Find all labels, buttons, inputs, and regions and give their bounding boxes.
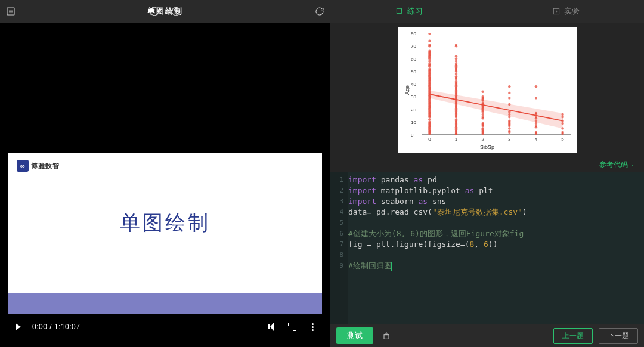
slide-footer-bar (8, 293, 322, 314)
volume-icon[interactable] (266, 323, 278, 331)
svg-point-134 (455, 44, 457, 46)
play-button[interactable] (12, 323, 24, 330)
svg-point-183 (535, 112, 537, 114)
tab-experiment[interactable]: 实验 (487, 0, 644, 23)
more-icon[interactable] (306, 323, 318, 331)
svg-point-122 (455, 73, 457, 75)
code-line[interactable]: 9#绘制回归图 (330, 261, 644, 271)
svg-point-121 (455, 75, 457, 78)
chart-svg (422, 33, 571, 135)
logo-text: 博雅数智 (31, 162, 60, 171)
svg-rect-7 (553, 8, 559, 14)
reference-row: 参考代码 (330, 157, 644, 172)
svg-point-129 (455, 63, 457, 65)
y-axis-label: Age (404, 85, 410, 95)
video-pane: 单图绘制 ∞ 博雅数智 单图绘制 (0, 0, 330, 347)
prev-question-button[interactable]: 上一题 (553, 328, 593, 344)
code-line[interactable]: 1import pandas as pd (330, 175, 644, 185)
svg-point-179 (535, 119, 537, 122)
svg-point-187 (561, 131, 564, 134)
svg-point-161 (508, 127, 510, 129)
svg-point-191 (561, 116, 564, 118)
svg-point-142 (481, 122, 484, 125)
code-line[interactable]: 5 (330, 218, 644, 228)
svg-point-130 (455, 60, 457, 63)
code-editor[interactable]: 1import pandas as pd2import matplotlib.p… (330, 172, 644, 324)
svg-point-76 (428, 33, 431, 35)
video-time: 0:00 / 1:10:07 (32, 323, 80, 331)
svg-point-190 (561, 119, 564, 122)
submit-icon[interactable] (379, 329, 394, 343)
app-root: 单图绘制 ∞ 博雅数智 单图绘制 (0, 0, 644, 347)
code-line[interactable]: 8 (330, 250, 644, 261)
code-line[interactable]: 3import seaborn as sns (330, 196, 644, 207)
svg-point-64 (428, 63, 431, 65)
svg-point-144 (481, 116, 484, 118)
svg-point-178 (535, 122, 537, 125)
scatter-chart: Age SibSp 01020304050607080012345 (398, 27, 577, 153)
svg-point-171 (508, 97, 510, 99)
svg-point-132 (455, 55, 457, 57)
svg-point-192 (561, 113, 564, 116)
svg-point-145 (481, 113, 484, 116)
svg-point-21 (428, 121, 431, 123)
svg-point-173 (508, 85, 510, 88)
svg-point-177 (535, 125, 537, 127)
prev-arrow-icon[interactable] (144, 6, 165, 17)
slide-content: ∞ 博雅数智 单图绘制 (8, 153, 322, 314)
svg-point-175 (535, 131, 537, 134)
svg-point-167 (508, 116, 510, 118)
svg-point-5 (172, 7, 180, 16)
slide-title: 单图绘制 (120, 209, 210, 237)
svg-point-168 (508, 113, 510, 116)
svg-point-158 (481, 91, 484, 93)
slide-logo: ∞ 博雅数智 (17, 160, 60, 172)
test-button[interactable]: 测试 (336, 327, 373, 344)
svg-point-153 (481, 102, 484, 104)
reference-code-link[interactable]: 参考代码 (599, 160, 636, 170)
code-line[interactable]: 6#创建大小为(8, 6)的图形，返回Figure对象fig (330, 228, 644, 239)
svg-point-139 (481, 127, 484, 129)
svg-rect-6 (397, 8, 401, 13)
code-line[interactable]: 2import matplotlib.pyplot as plt (330, 185, 644, 196)
code-line[interactable]: 4data= pd.read_csv("泰坦尼克号数据集.csv") (330, 207, 644, 218)
fullscreen-icon[interactable] (286, 323, 298, 331)
svg-point-185 (535, 85, 537, 88)
code-pane: 练习 实验 Age SibSp 01020304050607080012345 … (330, 0, 644, 347)
svg-point-169 (508, 111, 510, 113)
svg-point-118 (455, 80, 457, 83)
tab-practice[interactable]: 练习 (330, 0, 487, 23)
tabs: 练习 实验 (330, 0, 644, 23)
svg-point-184 (535, 97, 537, 99)
svg-line-11 (429, 94, 562, 121)
next-question-button[interactable]: 下一题 (599, 328, 638, 344)
next-arrow-icon[interactable] (165, 6, 187, 17)
svg-point-65 (428, 60, 431, 63)
svg-point-160 (508, 129, 510, 132)
svg-point-157 (481, 95, 484, 98)
code-line[interactable]: 7fig = plt.figure(figsize=(8, 6)) (330, 239, 644, 250)
svg-marker-10 (429, 91, 562, 129)
svg-point-61 (428, 67, 431, 70)
chart-area: Age SibSp 01020304050607080012345 (330, 23, 644, 157)
svg-point-166 (508, 119, 510, 122)
svg-point-75 (428, 40, 431, 42)
x-axis-label: SibSp (480, 144, 494, 150)
svg-point-89 (455, 118, 457, 120)
refresh-icon[interactable] (309, 6, 330, 17)
svg-point-189 (561, 122, 564, 125)
video-header: 单图绘制 (0, 0, 330, 23)
svg-point-131 (455, 57, 457, 60)
svg-point-170 (508, 103, 510, 106)
svg-rect-193 (384, 335, 389, 339)
svg-point-72 (428, 50, 431, 52)
logo-mark: ∞ (17, 160, 29, 172)
footer-bar: 测试 上一题 下一题 (330, 324, 644, 347)
svg-point-4 (150, 7, 159, 16)
svg-point-172 (508, 92, 510, 94)
svg-point-22 (428, 118, 431, 120)
video-area[interactable]: ∞ 博雅数智 单图绘制 0:00 / 1:10:07 (0, 23, 330, 347)
list-icon[interactable] (0, 6, 21, 17)
svg-point-74 (428, 44, 431, 46)
svg-point-188 (561, 127, 564, 129)
